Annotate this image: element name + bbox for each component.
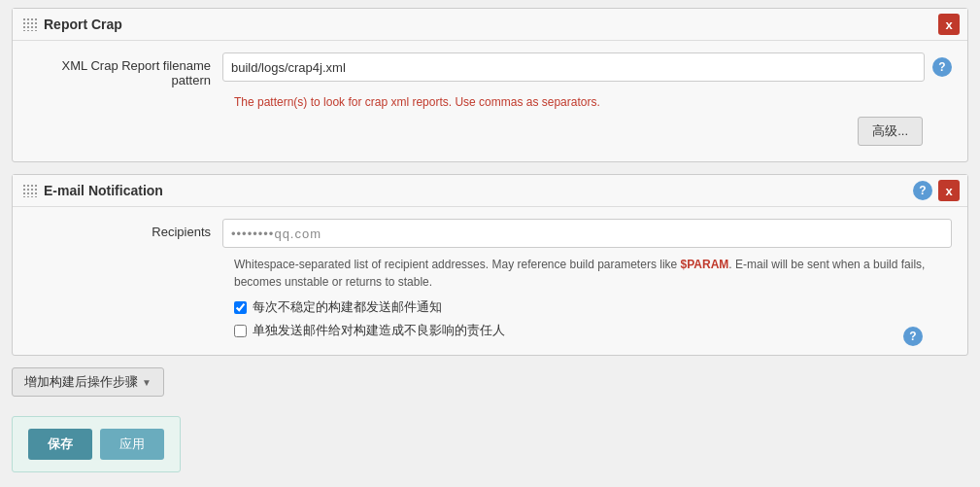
email-notification-section: E-mail Notification ? x Recipients ? Whi… [12,174,968,356]
email-notification-close-button[interactable]: x [938,180,960,201]
xml-pattern-input[interactable] [222,52,925,82]
report-crap-header: Report Crap x [13,9,967,41]
recipients-control: ? [222,219,952,248]
recipients-row: Recipients ? [28,219,952,248]
dropdown-arrow-icon: ▼ [142,377,152,388]
drag-handle-icon [22,17,38,31]
footer-area: 保存 应用 [12,416,181,472]
email-notification-title: E-mail Notification [44,183,163,198]
recipients-label: Recipients [28,219,222,239]
report-crap-title: Report Crap [44,17,122,32]
info-text-prefix: Whitespace-separated list of recipient a… [234,258,681,271]
checkbox2-input[interactable] [234,325,247,337]
info-text-param: $PARAM [681,258,729,271]
email-notification-header: E-mail Notification ? x [13,175,967,207]
email-header-help-icon[interactable]: ? [905,181,932,200]
xml-pattern-help-text: The pattern(s) to look for crap xml repo… [234,95,952,109]
recipients-input[interactable] [222,219,952,248]
checkbox1-label[interactable]: 每次不稳定的构建都发送邮件通知 [253,298,442,316]
xml-pattern-control: ? [222,52,952,82]
recipients-info-text: Whitespace-separated list of recipient a… [234,256,952,291]
xml-pattern-row: XML Crap Report filename pattern ? [28,52,952,87]
save-button[interactable]: 保存 [28,429,92,460]
report-crap-body: XML Crap Report filename pattern ? The p… [13,41,967,161]
checkbox2-row: 单独发送邮件给对构建造成不良影响的责任人 ? [234,322,952,339]
add-step-row: 增加构建后操作步骤 ▼ [12,367,968,397]
advanced-btn-row: 高级... [28,117,952,146]
checkbox2-label[interactable]: 单独发送邮件给对构建造成不良影响的责任人 [253,322,505,339]
add-step-label: 增加构建后操作步骤 [24,373,138,391]
drag-handle-icon-2 [22,184,38,197]
add-step-button[interactable]: 增加构建后操作步骤 ▼ [12,367,164,397]
checkbox2-help-icon[interactable]: ? [903,327,923,346]
checkbox1-row: 每次不稳定的构建都发送邮件通知 [234,298,952,316]
advanced-button[interactable]: 高级... [858,117,923,146]
email-notification-body: Recipients ? Whitespace-separated list o… [13,207,967,355]
xml-pattern-help-icon[interactable]: ? [932,57,952,77]
report-crap-section: Report Crap x XML Crap Report filename p… [12,8,968,162]
report-crap-close-button[interactable]: x [938,14,960,35]
apply-button[interactable]: 应用 [100,429,164,460]
xml-pattern-label: XML Crap Report filename pattern [28,52,222,87]
checkbox1-input[interactable] [234,301,247,314]
